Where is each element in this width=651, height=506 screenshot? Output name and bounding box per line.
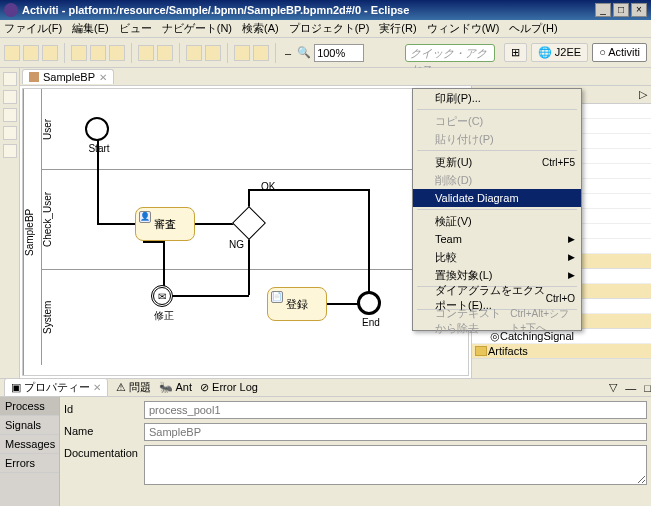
zoom-input[interactable] [314, 44, 364, 62]
open-perspective-icon[interactable]: ⊞ [504, 43, 527, 62]
quick-access[interactable]: クイック・アクセス [405, 44, 495, 62]
menu-window[interactable]: ウィンドウ(W) [427, 21, 500, 36]
intermediate-message-event[interactable]: ✉ [151, 285, 173, 307]
tab-close-icon[interactable]: ✕ [93, 382, 101, 393]
open-type-icon[interactable] [157, 45, 173, 61]
menu-run[interactable]: 実行(R) [379, 21, 416, 36]
main-toolbar: – 🔍 クイック・アクセス ⊞ 🌐 J2EE ○ Activiti [0, 38, 651, 68]
gw-ng-label: NG [229, 239, 244, 250]
input-id[interactable] [144, 401, 647, 419]
perspective-j2ee[interactable]: 🌐 J2EE [531, 43, 588, 62]
input-documentation[interactable] [144, 445, 647, 485]
ctx-replace[interactable]: 置換対象(L)▶ [413, 266, 581, 284]
back-icon[interactable] [234, 45, 250, 61]
user-task-icon: 👤 [139, 211, 151, 223]
new-icon[interactable] [4, 45, 20, 61]
properties-side-tabs: Process Signals Messages Errors [0, 397, 60, 506]
forward-icon[interactable] [253, 45, 269, 61]
search-icon[interactable] [186, 45, 202, 61]
menu-project[interactable]: プロジェクト(P) [289, 21, 370, 36]
gateway[interactable] [232, 206, 266, 240]
ctx-update[interactable]: 更新(U)Ctrl+F5 [413, 153, 581, 171]
menu-edit[interactable]: 編集(E) [72, 21, 109, 36]
label-id: Id [64, 401, 144, 415]
tab-close-icon[interactable]: ✕ [99, 72, 107, 83]
ctx-print[interactable]: 印刷(P)... [413, 89, 581, 107]
rail-icon[interactable] [3, 108, 17, 122]
end-event-label: End [357, 317, 385, 328]
ctx-copy[interactable]: コピー(C) [413, 112, 581, 130]
tab-ant[interactable]: 🐜 Ant [159, 381, 192, 394]
pool-label: SampleBP [23, 89, 41, 375]
task-shinsa[interactable]: 👤 審査 [135, 207, 195, 241]
ctx-paste[interactable]: 貼り付け(P) [413, 130, 581, 148]
side-process[interactable]: Process [0, 397, 59, 416]
task3-label: 修正 [147, 309, 181, 323]
close-button[interactable]: × [631, 3, 647, 17]
saveall-icon[interactable] [42, 45, 58, 61]
side-errors[interactable]: Errors [0, 454, 59, 473]
lane-user: User [41, 89, 59, 169]
tab-problems[interactable]: ⚠ 問題 [116, 380, 151, 395]
palette-folder-artifacts[interactable]: Artifacts [472, 344, 651, 359]
ctx-validate-diagram[interactable]: Validate Diagram [413, 189, 581, 207]
minimize-button[interactable]: _ [595, 3, 611, 17]
new-server-icon[interactable] [138, 45, 154, 61]
view-menu-icon[interactable]: ▽ [609, 381, 617, 394]
rail-icon[interactable] [3, 90, 17, 104]
lane-system: System [41, 269, 59, 365]
ctx-remove[interactable]: コンテキストから除去Ctrl+Alt+シフト+下へ [413, 312, 581, 330]
maximize-button[interactable]: □ [613, 3, 629, 17]
rail-icon[interactable] [3, 126, 17, 140]
external-icon[interactable] [109, 45, 125, 61]
maximize-view-icon[interactable]: □ [644, 382, 651, 394]
menu-view[interactable]: ビュー [119, 21, 152, 36]
editor-tab-label: SampleBP [43, 71, 95, 83]
end-event[interactable] [357, 291, 381, 315]
perspective-activiti[interactable]: ○ Activiti [592, 43, 647, 62]
tab-error-log[interactable]: ⊘ Error Log [200, 381, 258, 394]
annotation-icon[interactable] [205, 45, 221, 61]
bottom-panel: ▣プロパティー✕ ⚠ 問題 🐜 Ant ⊘ Error Log ▽ — □ Pr… [0, 378, 651, 506]
ctx-verify[interactable]: 検証(V) [413, 212, 581, 230]
task-toroku[interactable]: 📄 登録 [267, 287, 327, 321]
start-event-label: Start [79, 143, 119, 154]
start-event[interactable] [85, 117, 109, 141]
rail-icon[interactable] [3, 144, 17, 158]
menu-bar: ファイル(F) 編集(E) ビュー ナビゲート(N) 検索(A) プロジェクト(… [0, 20, 651, 38]
properties-icon: ▣ [11, 381, 21, 394]
context-menu: 印刷(P)... コピー(C) 貼り付け(P) 更新(U)Ctrl+F5 削除(… [412, 88, 582, 331]
menu-file[interactable]: ファイル(F) [4, 21, 62, 36]
script-task-icon: 📄 [271, 291, 283, 303]
eclipse-icon [4, 3, 18, 17]
menu-search[interactable]: 検索(A) [242, 21, 279, 36]
debug-icon[interactable] [71, 45, 87, 61]
ctx-export[interactable]: ダイアグラムをエクスポート(E)...Ctrl+O [413, 289, 581, 307]
gw-ok-label: OK [261, 181, 275, 192]
save-icon[interactable] [23, 45, 39, 61]
run-icon[interactable] [90, 45, 106, 61]
side-signals[interactable]: Signals [0, 416, 59, 435]
task-label: 登録 [286, 297, 308, 312]
editor-tabs: SampleBP ✕ [20, 68, 651, 86]
ctx-compare[interactable]: 比較▶ [413, 248, 581, 266]
rail-icon[interactable] [3, 72, 17, 86]
window-title: Activiti - platform:/resource/Sample/.bp… [22, 4, 593, 16]
diagram-canvas[interactable]: SampleBP User Check_User System [22, 88, 469, 376]
side-messages[interactable]: Messages [0, 435, 59, 454]
zoom-out-icon[interactable]: – [282, 47, 294, 59]
ctx-delete[interactable]: 削除(D) [413, 171, 581, 189]
minimize-view-icon[interactable]: — [625, 382, 636, 394]
menu-help[interactable]: ヘルプ(H) [509, 21, 557, 36]
editor-tab-samplebp[interactable]: SampleBP ✕ [22, 69, 114, 84]
tab-properties[interactable]: ▣プロパティー✕ [4, 378, 108, 397]
menu-navigate[interactable]: ナビゲート(N) [162, 21, 232, 36]
task-label: 審査 [154, 217, 176, 232]
zoom-search-icon[interactable]: 🔍 [297, 46, 311, 59]
window-titlebar: Activiti - platform:/resource/Sample/.bp… [0, 0, 651, 20]
palette-menu-icon[interactable]: ▷ [639, 88, 647, 101]
label-doc: Documentation [64, 445, 144, 459]
input-name[interactable] [144, 423, 647, 441]
lane-check-user: Check_User [41, 169, 59, 269]
ctx-team[interactable]: Team▶ [413, 230, 581, 248]
